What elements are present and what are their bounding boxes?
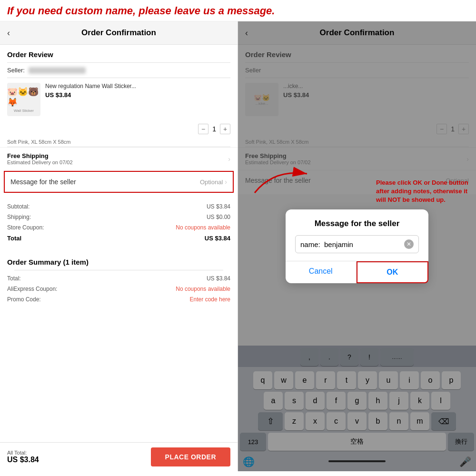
left-all-total-amount: US $3.84 (7, 456, 39, 464)
left-header-title: Order Confirmation (81, 28, 156, 38)
left-panel: ‹ Order Confirmation Order Review Seller… (0, 21, 238, 471)
left-message-row[interactable]: Message for the seller Optional › (4, 171, 234, 193)
left-total-label: Total (7, 235, 21, 242)
left-product-info: New regulation Name Wall Sticker... US $… (45, 83, 230, 99)
dialog-clear-button[interactable]: ✕ (404, 239, 414, 249)
left-shipping-chevron: › (228, 155, 230, 163)
left-shipping-cost-row: Shipping: US $0.00 (7, 212, 230, 222)
top-banner: If you need custom name, please leave us… (0, 0, 476, 21)
left-os-ali-coupon-val[interactable]: No coupons available (176, 286, 230, 292)
left-os-total-row: Total: US $3.84 (7, 273, 230, 284)
left-total-row: Total US $3.84 (7, 233, 230, 244)
left-os-ali-coupon-row: AliExpress Coupon: No coupons available (7, 284, 230, 294)
left-product-row: 🐷🐱🐻🦊 Wall Sticker New regulation Name Wa… (0, 78, 238, 121)
banner-text: If you need custom name, please leave us… (7, 5, 469, 17)
left-os-ali-coupon-label: AliExpress Coupon: (7, 286, 57, 292)
left-shipping-row[interactable]: Free Shipping Estimated Delivery on 07/0… (0, 147, 238, 170)
dialog-title: Message for the seller (295, 219, 419, 228)
left-shipping-cost-val: US $0.00 (207, 214, 230, 220)
dialog-ok-button[interactable]: OK (357, 261, 429, 283)
left-qty-num: 1 (212, 125, 216, 133)
left-product-qty: − 1 + (0, 121, 238, 137)
left-product-img: 🐷🐱🐻🦊 Wall Sticker (7, 83, 40, 116)
left-subtotal-val: US $3.84 (207, 203, 230, 210)
left-shipping-cost-label: Shipping: (7, 214, 31, 220)
dialog-overlay: Message for the seller ✕ Cancel OK (238, 21, 476, 471)
left-coupon-row: Store Coupon: No coupons available (7, 222, 230, 233)
left-order-summary: Order Summary (1 item) Total: US $3.84 A… (0, 252, 238, 307)
dialog-box: Message for the seller ✕ Cancel OK (286, 209, 428, 283)
left-os-promo-val[interactable]: Enter code here (190, 296, 230, 303)
right-panel: ‹ Order Confirmation Order Review Seller… (238, 21, 476, 471)
dialog-buttons: Cancel OK (286, 261, 428, 283)
left-message-label: Message for the seller (10, 178, 76, 186)
left-seller-label: Seller: (7, 67, 25, 74)
left-optional-text: Optional (200, 178, 223, 186)
left-seller-row: Seller: (0, 63, 238, 78)
left-bottom-bar: All Total: US $3.84 PLACE ORDER (0, 442, 238, 471)
left-qty-plus[interactable]: + (220, 124, 230, 134)
left-os-promo-label: Promo Code: (7, 296, 41, 303)
left-coupon-val[interactable]: No coupons available (176, 224, 230, 231)
left-total-val: US $3.84 (205, 235, 230, 242)
left-os-total-label: Total: (7, 275, 21, 282)
warning-text: Please click OK or Done button after add… (376, 178, 471, 205)
left-shipping-sub: Estimated Delivery on 07/02 (7, 159, 73, 165)
left-os-promo-row: Promo Code: Enter code here (7, 294, 230, 305)
dialog-cancel-button[interactable]: Cancel (286, 261, 357, 283)
left-seller-name-blur (29, 67, 86, 74)
left-all-total: All Total: US $3.84 (7, 450, 39, 464)
dialog-input-row[interactable]: ✕ (295, 235, 419, 253)
left-subtotal-row: Subtotal: US $3.84 (7, 201, 230, 212)
left-product-name: New regulation Name Wall Sticker... (45, 83, 230, 89)
left-header: ‹ Order Confirmation (0, 21, 238, 45)
left-product-variant: Soft Pink, XL 58cm X 58cm (0, 137, 238, 147)
left-qty-minus[interactable]: − (198, 124, 208, 134)
left-all-total-label: All Total: (7, 450, 39, 456)
dialog-input-field[interactable] (300, 240, 404, 248)
left-message-chevron: › (225, 178, 227, 186)
left-subtotal-label: Subtotal: (7, 203, 30, 210)
left-shipping-info: Free Shipping Estimated Delivery on 07/0… (7, 152, 73, 165)
place-order-button[interactable]: PLACE ORDER (151, 447, 230, 466)
left-shipping-title: Free Shipping (7, 152, 73, 159)
left-coupon-label: Store Coupon: (7, 224, 44, 231)
left-summary: Subtotal: US $3.84 Shipping: US $0.00 St… (0, 197, 238, 248)
left-back-arrow[interactable]: ‹ (7, 28, 10, 38)
left-product-price: US $3.84 (45, 91, 230, 99)
left-os-total-val: US $3.84 (207, 275, 230, 282)
left-order-summary-title: Order Summary (1 item) (7, 258, 230, 270)
left-order-review: Order Review (0, 45, 238, 62)
